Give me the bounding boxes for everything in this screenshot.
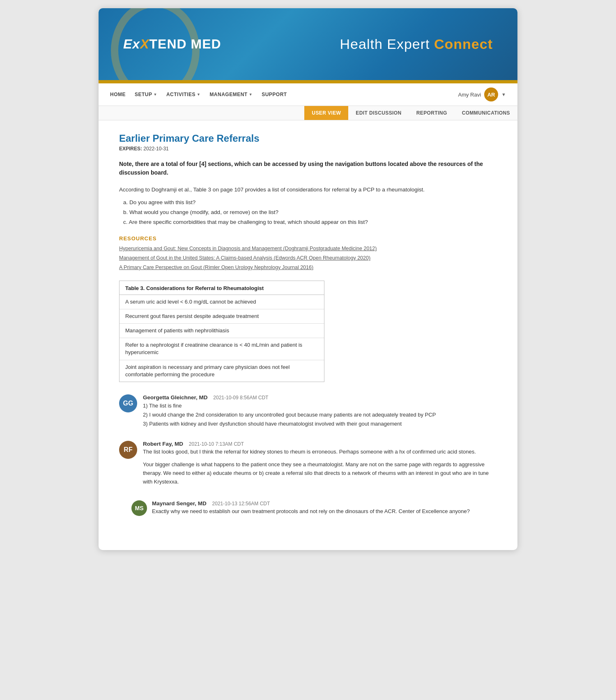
logo-rest: TEND MED <box>149 37 221 51</box>
nav-links: HOME SETUP ▼ ACTIVITIES ▼ MANAGEMENT ▼ S… <box>110 92 458 97</box>
comment-1-avatar: GG <box>119 394 137 412</box>
nav-setup[interactable]: SETUP ▼ <box>135 92 157 97</box>
nested-comment-1-author: Maynard Senger, MD 2021-10-13 12:56AM CD… <box>152 500 470 507</box>
table-row: Refer to a nephrologist if creatinine cl… <box>120 338 324 360</box>
nav-home[interactable]: HOME <box>110 92 126 97</box>
question-c: c. Are there specific comorbidities that… <box>123 218 497 226</box>
nav-activities[interactable]: ACTIVITIES ▼ <box>166 92 200 97</box>
nested-comment-1: MS Maynard Senger, MD 2021-10-13 12:56AM… <box>131 500 470 517</box>
nested-comment-1-body: Maynard Senger, MD 2021-10-13 12:56AM CD… <box>152 500 470 517</box>
gold-bar <box>99 80 517 83</box>
question-a: a. Do you agree with this list? <box>123 198 497 207</box>
logo-x: X <box>140 37 149 51</box>
logo-area: ExXTEND MED <box>123 37 221 52</box>
resources-label: RESOURCES <box>119 235 497 242</box>
nested-comment-1-avatar: MS <box>131 500 147 516</box>
discussion-note: Note, there are a total of four [4] sect… <box>119 160 497 177</box>
table-row: Joint aspiration is necessary and primar… <box>120 360 324 382</box>
comment-2-text-1: The list looks good, but I think the ref… <box>143 448 497 456</box>
sub-nav: USER VIEW EDIT DISCUSSION REPORTING COMM… <box>99 106 517 120</box>
comment-1: GG Georgetta Gleichner, MD 2021-10-09 8:… <box>119 394 497 428</box>
table-row: A serum uric acid level < 6.0 mg/dL cann… <box>120 295 324 309</box>
comment-2-author: Robert Fay, MD 2021-10-10 7:13AM CDT <box>143 441 497 447</box>
table-row: Recurrent gout flares persist despite ad… <box>120 309 324 324</box>
comment-1-author: Georgetta Gleichner, MD 2021-10-09 8:56A… <box>143 394 497 401</box>
comment-1-text: 1) The list is fine 2) I would change th… <box>143 401 497 428</box>
sub-nav-edit-discussion[interactable]: EDIT DISCUSSION <box>348 106 409 120</box>
nav-user: Amy Ravi AR ▼ <box>458 88 506 101</box>
nav-bar: HOME SETUP ▼ ACTIVITIES ▼ MANAGEMENT ▼ S… <box>99 83 517 106</box>
nested-comment-1-date: 2021-10-13 12:56AM CDT <box>212 501 270 507</box>
user-dropdown-arrow[interactable]: ▼ <box>501 92 506 97</box>
comment-1-body: Georgetta Gleichner, MD 2021-10-09 8:56A… <box>143 394 497 428</box>
sub-nav-user-view[interactable]: USER VIEW <box>304 106 348 120</box>
discussion-description: According to Doghramji et al., Table 3 o… <box>119 185 497 194</box>
comment-2-body: Robert Fay, MD 2021-10-10 7:13AM CDT The… <box>143 441 497 487</box>
main-content: Earlier Primary Care Referrals EXPIRES: … <box>99 120 517 550</box>
page-title: Earlier Primary Care Referrals <box>119 133 497 144</box>
logo-ex: Ex <box>123 37 140 51</box>
resource-link-3[interactable]: A Primary Care Perspective on Gout (Riml… <box>119 264 497 272</box>
page-wrapper: ExXTEND MED Health Expert Connect HOME S… <box>99 8 517 550</box>
resource-link-1[interactable]: Hyperuricemia and Gout: New Concepts in … <box>119 245 497 253</box>
expires-date: 2022-10-31 <box>143 146 168 152</box>
comment-2-text-2: Your bigger challenge is what happens to… <box>143 461 497 486</box>
comment-1-date: 2021-10-09 8:56AM CDT <box>213 395 268 401</box>
activities-arrow-icon: ▼ <box>197 92 200 97</box>
resource-link-2[interactable]: Management of Gout in the United States:… <box>119 254 497 262</box>
question-b: b. What would you change (modify, add, o… <box>123 208 497 216</box>
nav-support[interactable]: SUPPORT <box>262 92 287 97</box>
sub-nav-communications[interactable]: COMMUNICATIONS <box>455 106 517 120</box>
table-row: Management of patients with nephrolithia… <box>120 324 324 338</box>
comment-2: RF Robert Fay, MD 2021-10-10 7:13AM CDT … <box>119 441 497 517</box>
table-title: Table 3. Considerations for Referral to … <box>120 281 324 295</box>
nav-management[interactable]: MANAGEMENT ▼ <box>209 92 253 97</box>
expires-label: EXPIRES: <box>119 146 142 152</box>
avatar: AR <box>484 88 498 101</box>
user-name: Amy Ravi <box>458 92 481 98</box>
setup-arrow-icon: ▼ <box>154 92 157 97</box>
tagline-connect: Connect <box>434 36 493 52</box>
logo-text: ExXTEND MED <box>123 37 221 52</box>
header-tagline: Health Expert Connect <box>340 36 493 52</box>
sub-nav-reporting[interactable]: REPORTING <box>409 106 455 120</box>
nested-comment-1-text: Exactly why we need to establish our own… <box>152 507 470 516</box>
management-arrow-icon: ▼ <box>249 92 253 97</box>
comment-2-date: 2021-10-10 7:13AM CDT <box>189 441 244 447</box>
referral-table: Table 3. Considerations for Referral to … <box>119 281 324 382</box>
comment-2-avatar: RF <box>119 441 137 459</box>
header-banner: ExXTEND MED Health Expert Connect <box>99 8 517 80</box>
tagline-prefix: Health Expert <box>340 36 434 52</box>
question-list: a. Do you agree with this list? b. What … <box>123 198 497 227</box>
expires-line: EXPIRES: 2022-10-31 <box>119 146 497 152</box>
